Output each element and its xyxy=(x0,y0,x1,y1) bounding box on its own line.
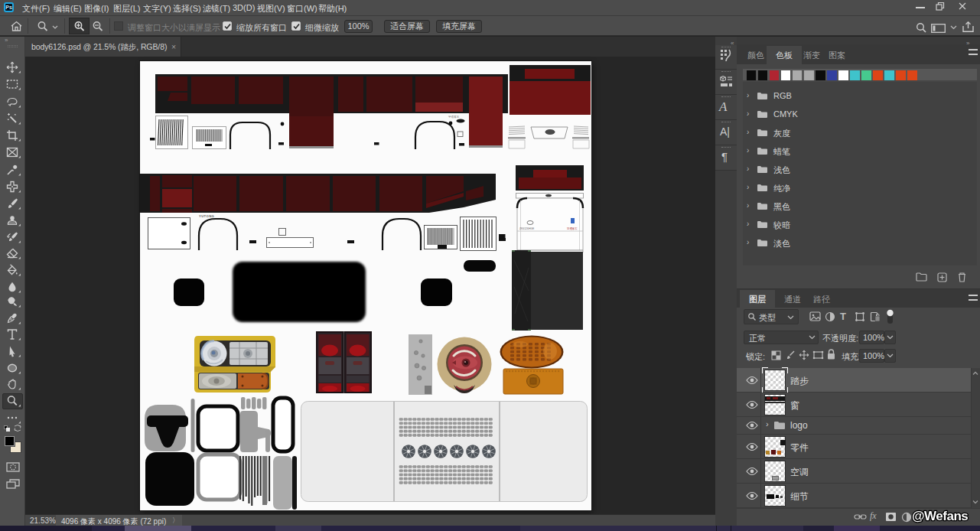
svg-text:YUTONG: YUTONG xyxy=(199,214,214,218)
svg-text:宇通客车: 宇通客车 xyxy=(567,226,578,230)
svg-text:ZK6126HGE: ZK6126HGE xyxy=(519,227,535,230)
svg-text:宇通客车: 宇通客车 xyxy=(448,115,460,119)
svg-text:@Wefans: @Wefans xyxy=(912,509,968,523)
